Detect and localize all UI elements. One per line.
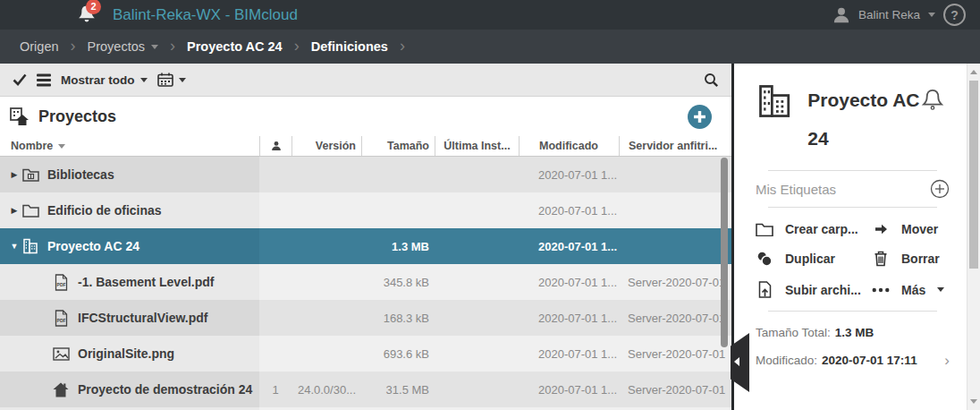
modified-label: Modificado: [756, 354, 817, 367]
expand-arrow-icon[interactable]: ▼ [7, 242, 21, 251]
row-host-server: Server-2020-07-01 [619, 300, 731, 336]
row-host-server [619, 192, 731, 228]
row-last-instance [435, 336, 519, 372]
table-row[interactable]: PDF -1. Basement Level.pdf 345.8 kB 2020… [0, 264, 731, 300]
search-icon [704, 73, 719, 88]
column-header-ultima-inst[interactable]: Última Inst... [435, 136, 519, 156]
main-scrollbar[interactable] [721, 158, 728, 347]
total-size-value: 1.3 MB [835, 326, 874, 339]
table-row[interactable]: Proyecto de demostración 24 1 24.0.0/30.… [0, 372, 731, 407]
user-menu[interactable]: Balint Reka [858, 8, 920, 21]
folder-icon [21, 203, 39, 218]
column-header-nombre[interactable]: Nombre [0, 136, 259, 156]
app-title: Balint-Reka-WX - BIMcloud [113, 6, 298, 24]
table-row[interactable]: PDF IFCStructuralView.pdf 168.3 kB 2020-… [0, 300, 731, 336]
notification-badge: 2 [86, 0, 101, 14]
breadcrumb-separator-icon: › [294, 38, 300, 54]
row-name-label: Bibliotecas [47, 167, 114, 182]
column-header-users[interactable] [259, 136, 291, 156]
table-row[interactable]: ▶ Bibliotecas 2020-07-01 1... [0, 157, 731, 192]
view-options-button[interactable] [37, 73, 51, 87]
panel-scrollbar[interactable] [967, 64, 980, 410]
row-name-cell: ▶ Edificio de oficinas [0, 192, 259, 228]
breadcrumb-label: Proyecto AC 24 [187, 39, 283, 54]
create-folder-button[interactable]: Crear carp... [756, 222, 872, 236]
add-tag-button[interactable] [930, 179, 950, 199]
move-arrow-icon [872, 222, 890, 236]
help-button[interactable]: ? [943, 4, 966, 26]
row-size [361, 157, 435, 192]
breadcrumb-proyecto-ac-24[interactable]: Proyecto AC 24 [187, 39, 283, 54]
row-size: 168.3 kB [361, 300, 435, 336]
row-modified: 2020-07-01 1... [519, 372, 619, 407]
column-header-modificado[interactable]: Modificado [519, 136, 619, 156]
row-users [259, 300, 291, 336]
filter-dropdown[interactable]: Mostrar todo [61, 73, 148, 87]
row-version [291, 336, 361, 372]
more-button[interactable]: Más [872, 281, 964, 298]
action-label: Crear carp... [785, 222, 858, 236]
add-project-button[interactable] [688, 105, 712, 129]
table-row[interactable]: ▼ Proyecto AC 24 1.3 MB 2020-07-01 1... [0, 228, 731, 264]
top-bar: 2 Balint-Reka-WX - BIMcloud Balint Reka … [0, 0, 980, 30]
row-name-label: IFCStructuralView.pdf [78, 311, 207, 325]
projects-icon [9, 107, 30, 126]
breadcrumb-definiciones[interactable]: Definiciones [311, 39, 388, 54]
expand-arrow-icon[interactable]: ▶ [7, 170, 21, 179]
action-label: Subir archi... [785, 283, 861, 297]
row-version [291, 228, 361, 264]
row-modified: 2020-07-01 1... [519, 228, 619, 264]
duplicate-icon [756, 251, 773, 267]
row-modified: 2020-07-01 1... [519, 336, 619, 372]
panel-scrollbar-thumb[interactable] [969, 81, 978, 269]
row-last-instance [435, 264, 519, 300]
scroll-down-icon[interactable] [970, 399, 977, 404]
list-view-icon [37, 73, 51, 87]
breadcrumb-origen[interactable]: Origen [20, 39, 59, 54]
panel-header: Proyecto AC 24 [756, 81, 964, 158]
breadcrumb-proyectos[interactable]: Proyectos [88, 39, 158, 54]
select-mode-button[interactable] [13, 73, 27, 86]
column-label: Última Inst... [444, 140, 510, 152]
row-users [259, 264, 291, 300]
row-name-label: Proyecto AC 24 [47, 239, 139, 253]
column-header-version[interactable]: Versión [291, 136, 361, 156]
row-modified: 2020-07-01 1... [519, 157, 619, 192]
row-name-label: -1. Basement Level.pdf [78, 275, 215, 289]
row-version [291, 264, 361, 300]
notifications-button[interactable]: 2 [77, 4, 100, 27]
panel-title: Proyecto AC 24 [807, 81, 921, 158]
duplicate-button[interactable]: Duplicar [756, 251, 872, 267]
page-title: Proyectos [38, 107, 116, 126]
column-label: Modificado [539, 140, 598, 152]
search-button[interactable] [704, 73, 719, 88]
svg-text:PDF: PDF [56, 318, 65, 323]
column-header-tamano[interactable]: Tamaño [361, 136, 435, 156]
row-last-instance [435, 228, 519, 264]
move-button[interactable]: Mover [872, 222, 964, 236]
delete-button[interactable]: Borrar [872, 251, 964, 267]
pdf-file-icon: PDF [52, 274, 70, 291]
row-name-cell: OriginalSite.png [0, 336, 259, 372]
row-users [259, 192, 291, 228]
date-filter-dropdown[interactable] [157, 73, 186, 87]
action-label: Más [901, 283, 925, 297]
modified-expand-chevron-icon[interactable]: › [944, 352, 950, 370]
list-toolbar: Mostrar todo [0, 64, 731, 97]
column-label: Tamaño [387, 140, 429, 152]
project-buildings-icon [21, 238, 39, 254]
section-header: Proyectos [0, 97, 731, 136]
plus-circle-icon [930, 179, 950, 199]
row-modified: 2020-07-01 1... [519, 300, 619, 336]
table-row[interactable]: ▶ Edificio de oficinas 2020-07-01 1... [0, 192, 731, 228]
tags-section: Mis Etiquetas [756, 171, 964, 207]
upload-file-button[interactable]: Subir archi... [756, 281, 872, 298]
scroll-up-icon[interactable] [970, 70, 977, 74]
column-header-servidor[interactable]: Servidor anfitri... [619, 136, 731, 156]
row-size: 693.6 kB [361, 336, 435, 372]
expand-arrow-icon[interactable]: ▶ [7, 206, 21, 215]
table-row[interactable]: OriginalSite.png 693.6 kB 2020-07-01 1..… [0, 336, 731, 372]
subscribe-bell-button[interactable] [921, 88, 944, 158]
collapse-arrow-icon [734, 357, 739, 366]
row-name-label: Edificio de oficinas [47, 203, 162, 218]
